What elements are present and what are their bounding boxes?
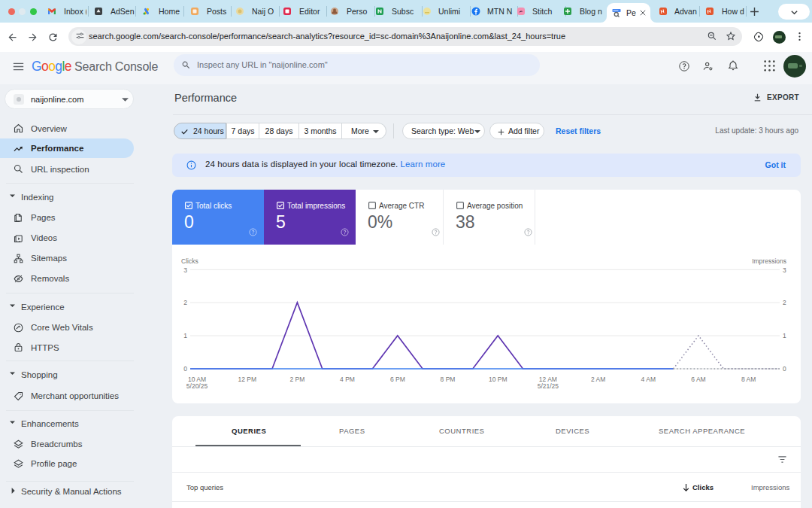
svg-text:5/20/25: 5/20/25 — [186, 382, 208, 390]
svg-text:2: 2 — [783, 299, 786, 306]
svg-text:2: 2 — [183, 299, 187, 306]
svg-text:12 PM: 12 PM — [238, 376, 256, 383]
svg-text:3: 3 — [783, 266, 786, 274]
svg-text:1: 1 — [783, 332, 786, 339]
svg-text:0: 0 — [783, 365, 786, 373]
svg-text:10 PM: 10 PM — [489, 376, 508, 383]
svg-text:3: 3 — [183, 266, 187, 274]
svg-text:8 AM: 8 AM — [741, 376, 756, 383]
svg-text:6 PM: 6 PM — [390, 376, 405, 383]
svg-text:4 PM: 4 PM — [340, 376, 355, 383]
svg-text:Impressions: Impressions — [752, 257, 786, 265]
svg-text:5/21/25: 5/21/25 — [538, 382, 559, 390]
svg-text:6 AM: 6 AM — [691, 376, 705, 383]
svg-text:2 PM: 2 PM — [289, 376, 304, 383]
svg-text:Clicks: Clicks — [181, 257, 198, 265]
svg-text:0: 0 — [183, 365, 187, 373]
svg-text:1: 1 — [183, 332, 187, 339]
svg-text:4 AM: 4 AM — [641, 376, 656, 383]
svg-text:8 PM: 8 PM — [441, 376, 456, 383]
svg-text:2 AM: 2 AM — [591, 376, 605, 383]
